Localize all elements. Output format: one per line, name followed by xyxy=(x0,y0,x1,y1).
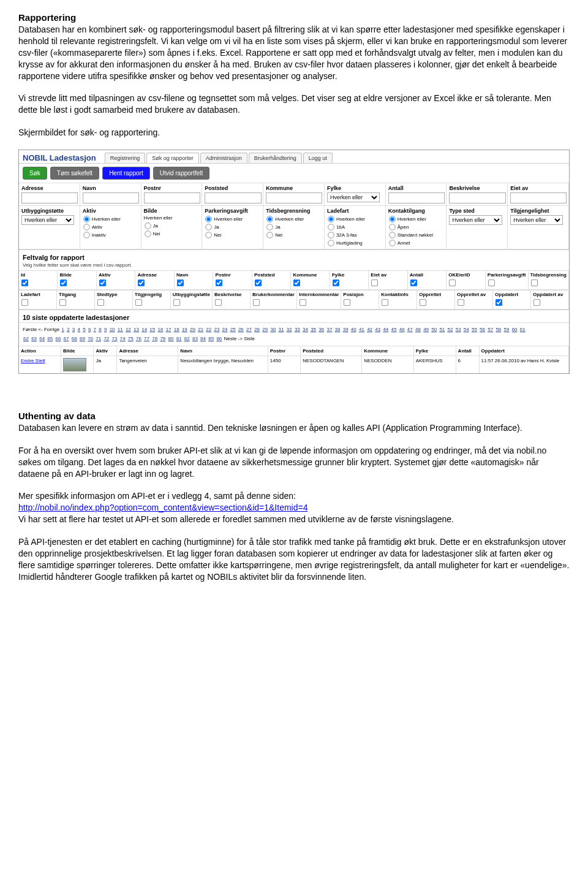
api-link[interactable]: http://nobil.no/index.php?option=com_con… xyxy=(18,503,307,512)
tab-sok-rapporter[interactable]: Søk og rapporter xyxy=(146,153,199,163)
check-box[interactable] xyxy=(293,279,300,286)
page-link[interactable]: 84 xyxy=(200,336,206,341)
kont-radio-1[interactable] xyxy=(389,224,395,230)
aktiv-radio-2[interactable] xyxy=(83,232,89,238)
page-link[interactable]: 11 xyxy=(118,327,123,332)
check-box[interactable] xyxy=(21,299,28,306)
lade-radio-1[interactable] xyxy=(328,224,334,230)
page-link[interactable]: 24 xyxy=(222,327,228,332)
page-link[interactable]: 41 xyxy=(359,327,364,332)
page-link[interactable]: 80 xyxy=(168,336,174,341)
page-link[interactable]: 15 xyxy=(149,327,155,332)
check-box[interactable] xyxy=(216,279,222,286)
filter-eiet-input[interactable] xyxy=(510,192,567,203)
check-box[interactable] xyxy=(488,279,495,286)
page-link[interactable]: 63 xyxy=(31,336,37,341)
page-link[interactable]: 58 xyxy=(496,327,501,332)
page-link[interactable]: 54 xyxy=(464,327,469,332)
page-link[interactable]: 7 xyxy=(94,327,96,332)
lade-radio-2[interactable] xyxy=(328,232,334,238)
page-link[interactable]: 52 xyxy=(448,327,453,332)
page-link[interactable]: 44 xyxy=(383,327,388,332)
page-link[interactable]: 20 xyxy=(190,327,195,332)
page-link[interactable]: 30 xyxy=(270,327,276,332)
page-link[interactable]: 78 xyxy=(152,336,157,341)
page-link[interactable]: 62 xyxy=(23,336,29,341)
sok-button[interactable]: Søk xyxy=(23,167,47,180)
bilde-radio-2[interactable] xyxy=(145,230,151,237)
page-link[interactable]: 77 xyxy=(144,336,149,341)
filter-poststed-input[interactable] xyxy=(205,192,261,203)
page-link[interactable]: 59 xyxy=(504,327,510,332)
page-link[interactable]: 28 xyxy=(254,327,260,332)
page-link[interactable]: 16 xyxy=(157,327,163,332)
park-radio-2[interactable] xyxy=(206,232,212,238)
page-link[interactable]: 27 xyxy=(246,327,252,332)
check-box[interactable] xyxy=(177,279,184,286)
page-link[interactable]: 81 xyxy=(176,336,182,341)
bilde-radio-1[interactable] xyxy=(145,222,151,229)
aktiv-radio-0[interactable] xyxy=(83,216,89,222)
check-box[interactable] xyxy=(21,279,28,286)
filter-kommune-input[interactable] xyxy=(266,192,322,203)
check-box[interactable] xyxy=(173,299,180,306)
check-box[interactable] xyxy=(333,279,339,286)
page-link[interactable]: 25 xyxy=(230,327,236,332)
kont-radio-2[interactable] xyxy=(389,232,395,238)
tab-brukerhandtering[interactable]: Brukerhåndtering xyxy=(249,153,302,163)
endre-slett-link[interactable]: Endre Slett xyxy=(21,358,45,363)
check-box[interactable] xyxy=(59,299,66,306)
page-link[interactable]: 13 xyxy=(134,327,139,332)
page-link[interactable]: 14 xyxy=(141,327,147,332)
page-link[interactable]: 61 xyxy=(520,327,526,332)
page-link[interactable]: 26 xyxy=(238,327,244,332)
page-link[interactable]: 57 xyxy=(488,327,493,332)
tab-registrering[interactable]: Registrering xyxy=(105,153,146,163)
page-link[interactable]: 69 xyxy=(80,336,85,341)
page-link[interactable]: 34 xyxy=(303,327,308,332)
page-link[interactable]: 33 xyxy=(295,327,300,332)
check-box[interactable] xyxy=(253,299,260,306)
page-link[interactable]: 38 xyxy=(335,327,341,332)
page-link[interactable]: 75 xyxy=(128,336,134,341)
hent-button[interactable]: Hent rapport xyxy=(102,167,150,180)
page-link[interactable]: 1 xyxy=(61,327,64,332)
aktiv-radio-1[interactable] xyxy=(83,224,89,230)
page-link[interactable]: 43 xyxy=(375,327,380,332)
page-link[interactable]: 70 xyxy=(88,336,93,341)
lade-radio-3[interactable] xyxy=(328,240,334,246)
tid-radio-0[interactable] xyxy=(266,216,273,222)
page-link[interactable]: 53 xyxy=(456,327,461,332)
filter-utbygging-select[interactable]: Hverken eller xyxy=(21,215,74,225)
page-link[interactable]: 51 xyxy=(439,327,445,332)
page-link[interactable]: 47 xyxy=(407,327,413,332)
page-link[interactable]: 3 xyxy=(72,327,75,332)
page-link[interactable]: 74 xyxy=(120,336,126,341)
page-link[interactable]: 21 xyxy=(198,327,203,332)
page-link[interactable]: 56 xyxy=(480,327,485,332)
page-link[interactable]: 19 xyxy=(182,327,187,332)
page-link[interactable]: 18 xyxy=(174,327,179,332)
check-box[interactable] xyxy=(135,299,142,306)
page-link[interactable]: 32 xyxy=(287,327,292,332)
page-link[interactable]: 8 xyxy=(99,327,101,332)
check-box[interactable] xyxy=(533,299,540,306)
page-link[interactable]: 46 xyxy=(399,327,405,332)
page-link[interactable]: 4 xyxy=(78,327,80,332)
page-link[interactable]: 39 xyxy=(343,327,349,332)
page-link[interactable]: 66 xyxy=(56,336,61,341)
page-link[interactable]: 22 xyxy=(206,327,211,332)
filter-antall-input[interactable] xyxy=(388,192,445,203)
page-link[interactable]: 79 xyxy=(160,336,165,341)
page-link[interactable]: 23 xyxy=(214,327,219,332)
filter-tilgjengelig-select[interactable]: Hverken eller xyxy=(510,215,563,225)
page-link[interactable]: 82 xyxy=(184,336,190,341)
filter-navn-input[interactable] xyxy=(83,192,139,203)
kont-radio-0[interactable] xyxy=(389,216,395,222)
tab-logg-ut[interactable]: Logg ut xyxy=(303,153,333,163)
page-link[interactable]: 68 xyxy=(72,336,77,341)
tid-radio-2[interactable] xyxy=(266,232,273,238)
page-link[interactable]: 35 xyxy=(311,327,316,332)
page-link[interactable]: 10 xyxy=(110,327,115,332)
tom-button[interactable]: Tøm søkefelt xyxy=(50,167,99,180)
